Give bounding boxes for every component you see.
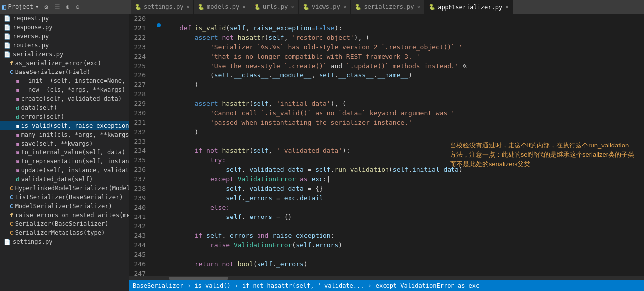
code-line-222: assert not hasattr(self, 'restore_object… — [164, 33, 640, 42]
ln-239: 239 — [129, 193, 150, 203]
sidebar-item-validated-data[interactable]: d validated_data(self) — [0, 175, 129, 184]
tab-app01serializer-close[interactable]: × — [505, 4, 509, 10]
app01serializer-tab-icon: 🐍 — [429, 4, 436, 10]
code-line-233 — [164, 137, 640, 146]
file-icon-reverse: 📄 — [4, 33, 11, 40]
ln-245: 245 — [129, 250, 150, 259]
tab-urls-close[interactable]: × — [291, 4, 294, 10]
sidebar-item-serializer-meta-label: SerializerMetaclass(type) — [15, 229, 105, 236]
sidebar-item-errors-label: errors(self) — [21, 113, 64, 120]
sidebar-item-as-serializer-label: as_serializer_error(exc) — [15, 60, 101, 67]
sidebar-item-is-valid[interactable]: m is_valid(self, raise_exception=False) — [0, 121, 129, 130]
tab-settings-label: settings.py — [144, 3, 183, 10]
sidebar-item-to-repr[interactable]: m to_representation(self, instance) — [0, 157, 129, 166]
file-icon-request: 📄 — [4, 15, 11, 22]
sidebar-item-as-serializer-error[interactable]: f as_serializer_error(exc) — [0, 59, 129, 68]
tab-app01serializer[interactable]: 🐍 app01serializer.py × — [425, 0, 513, 14]
code-line-246: return not bool(self._errors) — [164, 259, 640, 269]
sidebar-item-serializer-class[interactable]: C Serializer(BaseSerializer) — [0, 219, 129, 228]
file-icon-routers: 📄 — [4, 42, 11, 49]
breadcrumb-sep-1: › — [187, 282, 191, 289]
sidebar-item-create[interactable]: m create(self, validated_data) — [0, 94, 129, 103]
method-icon-is-valid: m — [16, 123, 19, 129]
sidebar-item-serializers-file[interactable]: 📄 serializers.py — [0, 50, 129, 59]
sidebar-item-raise-errors[interactable]: f raise_errors_on_nested_writes(method_n… — [0, 211, 129, 219]
breadcrumb-is-valid: is_valid() — [194, 282, 230, 289]
sidebar: 📄 request.py 📄 response.py 📄 reverse.py … — [0, 14, 129, 291]
expand-icon[interactable]: ⊕ — [64, 3, 71, 11]
prop-icon-errors: d — [16, 114, 19, 120]
ln-220: 220 — [129, 14, 150, 23]
sidebar-item-base-serializer[interactable]: C BaseSerializer(Field) — [0, 68, 129, 76]
sidebar-item-reverse[interactable]: 📄 reverse.py — [0, 32, 129, 41]
collapse-icon[interactable]: ⊖ — [74, 3, 81, 11]
ln-227: 227 — [129, 80, 150, 89]
tab-models[interactable]: 🐍 models.py × — [194, 0, 250, 14]
sidebar-item-hyperlinked-label: HyperlinkedModelSerializer(ModelSeri… — [15, 185, 129, 192]
tab-models-close[interactable]: × — [242, 4, 246, 10]
sidebar-item-request[interactable]: 📄 request.py — [0, 14, 129, 23]
code-line-229: assert hasattr(self, 'initial_data'), ( — [164, 99, 640, 108]
ln-232: 232 — [129, 127, 150, 137]
sidebar-item-routers[interactable]: 📄 routers.py — [0, 41, 129, 50]
settings-icon[interactable]: ⚙ — [43, 3, 50, 11]
tabs-bar: 🐍 settings.py × 🐍 models.py × 🐍 urls.py … — [131, 0, 642, 14]
sidebar-item-to-internal[interactable]: m to_internal_value(self, data) — [0, 148, 129, 157]
sidebar-item-errors[interactable]: d errors(self) — [0, 112, 129, 121]
tab-serializers-close[interactable]: × — [417, 4, 421, 10]
code-line-235: try: — [164, 155, 640, 165]
sidebar-item-settings-file-label: settings.py — [13, 238, 52, 245]
sidebar-item-update[interactable]: m update(self, instance, validated_data) — [0, 166, 129, 175]
sidebar-item-many-init[interactable]: m many_init(cls, *args, **kwargs) — [0, 130, 129, 139]
breakpoint-221[interactable] — [157, 23, 161, 27]
code-line-227: ) — [164, 80, 640, 89]
sidebar-item-request-label: request.py — [13, 15, 49, 22]
ln-233: 233 — [129, 137, 150, 146]
code-container[interactable]: 220 221 222 223 224 225 226 227 228 229 … — [129, 14, 644, 276]
sidebar-item-settings-file[interactable]: 📄 settings.py — [0, 237, 129, 246]
file-icon-response: 📄 — [4, 24, 11, 31]
tab-urls-label: urls.py — [263, 3, 288, 10]
sidebar-item-base-serializer-label: BaseSerializer(Field) — [15, 69, 91, 75]
tab-serializers[interactable]: 🐍 serializers.py × — [351, 0, 425, 14]
sidebar-item-hyperlinked[interactable]: C HyperlinkedModelSerializer(ModelSeri… — [0, 184, 129, 193]
code-line-243: if self._errors and raise_exception: — [164, 231, 640, 240]
sidebar-item-update-label: update(self, instance, validated_data) — [21, 167, 129, 174]
ln-235: 235 — [129, 155, 150, 165]
sidebar-item-save[interactable]: m save(self, **kwargs) — [0, 139, 129, 148]
filter-icon[interactable]: ☰ — [53, 3, 62, 11]
code-line-234: if not hasattr(self, '_validated_data'): — [164, 146, 640, 155]
sidebar-item-serializer-meta[interactable]: C SerializerMetaclass(type) — [0, 228, 129, 237]
code-scroll[interactable]: def is_valid(self, raise_exception=False… — [164, 14, 644, 276]
sidebar-item-serializer-class-label: Serializer(BaseSerializer) — [15, 220, 109, 227]
tab-settings-close[interactable]: × — [186, 4, 190, 10]
breadcrumb: BaseSerializer › is_valid() › if not has… — [133, 282, 479, 289]
sidebar-item-init-label: __init__(self, instance=None, data=emp — [21, 77, 129, 84]
method-icon-update: m — [16, 167, 19, 174]
sidebar-item-is-valid-label: is_valid(self, raise_exception=False) — [21, 122, 129, 129]
ln-221: 221 — [129, 23, 150, 33]
scrollbar-thumb[interactable] — [169, 277, 228, 280]
sidebar-item-model-serializer[interactable]: C ModelSerializer(Serializer) — [0, 202, 129, 211]
ln-224: 224 — [129, 52, 150, 61]
sidebar-item-new[interactable]: m __new__(cls, *args, **kwargs) — [0, 85, 129, 94]
tab-settings[interactable]: 🐍 settings.py × — [131, 0, 194, 14]
horizontal-scrollbar[interactable] — [129, 276, 644, 280]
tab-views[interactable]: 🐍 views.py × — [299, 0, 351, 14]
tab-urls[interactable]: 🐍 urls.py × — [250, 0, 299, 14]
func-icon-raise-errors: f — [10, 212, 13, 218]
code-line-230: 'Cannot call `.is_valid()` as no `data=`… — [164, 108, 640, 118]
code-line-226: (self.__class__.__module__, self.__class… — [164, 71, 640, 80]
sidebar-item-response[interactable]: 📄 response.py — [0, 23, 129, 32]
method-icon-to-internal: m — [16, 149, 19, 156]
code-line-241: self._errors = {} — [164, 212, 640, 221]
code-line-228 — [164, 89, 640, 99]
sidebar-item-init[interactable]: m __init__(self, instance=None, data=emp — [0, 76, 129, 85]
sidebar-item-save-label: save(self, **kwargs) — [21, 140, 93, 147]
sidebar-item-data[interactable]: d data(self) — [0, 103, 129, 112]
sidebar-item-data-label: data(self) — [21, 104, 57, 111]
tab-views-close[interactable]: × — [343, 4, 347, 10]
ln-229: 229 — [129, 99, 150, 108]
code-line-232: ) — [164, 127, 640, 137]
sidebar-item-list-serializer[interactable]: C ListSerializer(BaseSerializer) — [0, 193, 129, 202]
